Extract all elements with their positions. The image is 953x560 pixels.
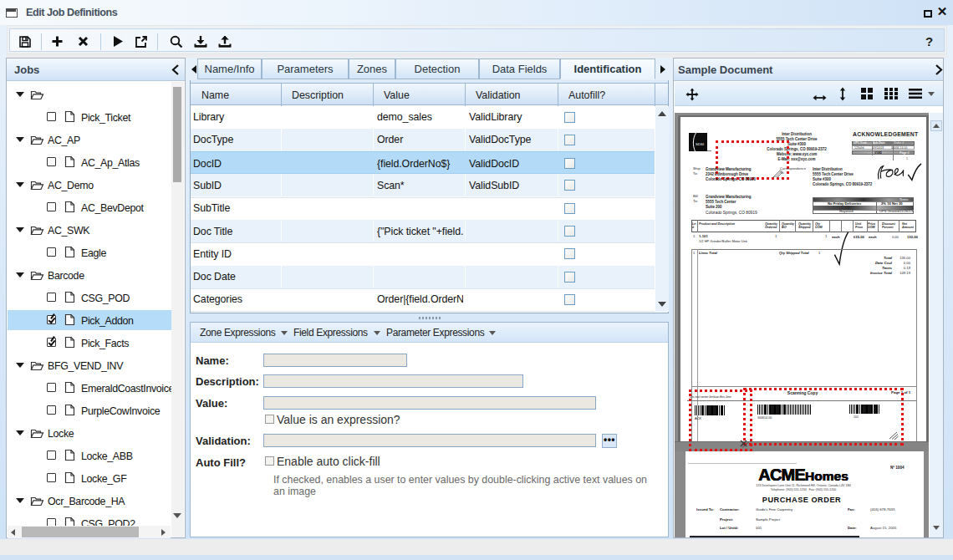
svg-text:SDSI: SDSI (696, 142, 704, 146)
